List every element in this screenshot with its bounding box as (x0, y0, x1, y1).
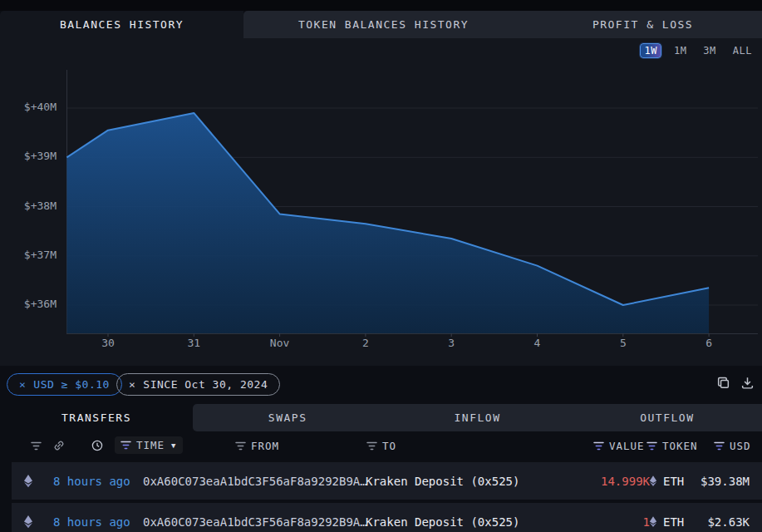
transfer-token-symbol: ETH (663, 515, 684, 529)
tab-balances-history[interactable]: BALANCES HISTORY (0, 11, 243, 38)
filter-icon (366, 441, 377, 451)
filter-chips-row: × USD ≥ $0.10 × SINCE Oct 30, 2024 (0, 366, 762, 404)
filter-icon-active (646, 441, 657, 451)
from-column-label: FROM (251, 440, 279, 452)
filter-chip-since-label: SINCE Oct 30, 2024 (143, 378, 268, 391)
copy-icon (716, 376, 730, 390)
tab-inflow[interactable]: INFLOW (382, 404, 572, 431)
download-icon (740, 376, 755, 390)
table-actions (715, 374, 755, 391)
chevron-down-icon: ▼ (171, 441, 176, 450)
range-1m-button[interactable]: 1M (670, 43, 691, 58)
x-axis-tick-label: 5 (620, 337, 627, 349)
tab-balances-history-label: BALANCES HISTORY (60, 18, 184, 31)
time-column-header[interactable]: TIME ▼ (115, 436, 183, 454)
balance-line (66, 113, 709, 305)
transfer-token: ETH (649, 462, 684, 500)
balances-history-chart-panel: 1W 1M 3M ALL $+40M$+39M$+38M$+37M$+36M 3… (0, 38, 762, 366)
y-axis-tick-label: $+40M (0, 101, 57, 113)
x-axis-tick-label: 6 (705, 337, 712, 349)
filter-chip-since-date[interactable]: × SINCE Oct 30, 2024 (116, 373, 280, 396)
usd-column-header[interactable]: USD (714, 431, 751, 460)
clock-filter-button[interactable] (91, 431, 103, 460)
transactions-tab-bar: TRANSFERS SWAPS INFLOW OUTFLOW (0, 404, 762, 431)
filter-icon (235, 441, 246, 451)
window-top-strip (0, 0, 762, 11)
token-column-label: TOKEN (662, 440, 698, 452)
y-axis-tick-label: $+39M (0, 150, 57, 162)
x-axis-tick-label: Nov (270, 337, 289, 349)
eth-token-icon (649, 515, 657, 528)
transfer-to-entity[interactable]: Kraken Deposit (0x525) (366, 503, 519, 532)
x-axis-tick-label: 3 (448, 337, 455, 349)
eth-chain-icon (23, 462, 33, 500)
close-icon[interactable]: × (19, 378, 26, 391)
x-axis-tick-label: 2 (362, 337, 369, 349)
transfer-from-address[interactable]: 0xA60C073eaA1bdC3F56aF8a9292B9A… (143, 503, 367, 532)
filter-icon-active (593, 441, 604, 451)
token-column-header[interactable]: TOKEN (646, 431, 698, 460)
eth-chain-icon (23, 503, 33, 532)
copy-button[interactable] (715, 374, 731, 391)
filter-chip-usd-label: USD ≥ $0.10 (33, 378, 110, 391)
tab-transfers-label: TRANSFERS (61, 411, 131, 424)
transfer-usd: $2.63K (707, 503, 750, 532)
transfer-token-symbol: ETH (663, 475, 684, 488)
range-3m-button[interactable]: 3M (699, 43, 720, 58)
time-range-selector: 1W 1M 3M ALL (640, 43, 756, 58)
tab-token-balances-history[interactable]: TOKEN BALANCES HISTORY (243, 11, 524, 38)
filter-icon-active (120, 441, 131, 450)
transfer-to-entity[interactable]: Kraken Deposit (0x525) (366, 462, 519, 500)
filter-chip-usd-threshold[interactable]: × USD ≥ $0.10 (7, 373, 122, 396)
transfers-table-header: TIME ▼ FROM TO VALUE TOKEN USD (0, 431, 762, 460)
usd-column-label: USD (730, 440, 751, 452)
link-icon (53, 440, 65, 451)
tab-inflow-label: INFLOW (455, 411, 501, 424)
transfer-usd: $39.38M (701, 462, 750, 500)
chain-filter-button[interactable] (53, 431, 65, 460)
eth-token-icon (649, 475, 657, 487)
tab-profit-loss[interactable]: PROFIT & LOSS (524, 11, 762, 38)
close-icon[interactable]: × (129, 378, 135, 391)
range-1w-button[interactable]: 1W (640, 43, 661, 58)
download-button[interactable] (739, 374, 755, 391)
transfer-time[interactable]: 8 hours ago (53, 503, 130, 532)
x-axis-tick-label: 4 (534, 337, 541, 349)
transfer-row[interactable]: 8 hours ago 0xA60C073eaA1bdC3F56aF8a9292… (12, 503, 762, 532)
to-column-header[interactable]: TO (366, 431, 396, 460)
time-column-label: TIME (136, 439, 165, 451)
tab-profit-loss-label: PROFIT & LOSS (592, 18, 693, 31)
tab-swaps[interactable]: SWAPS (193, 404, 382, 431)
value-column-header[interactable]: VALUE (593, 431, 645, 460)
inactive-bottom-tab-group: SWAPS INFLOW OUTFLOW (193, 404, 762, 431)
tab-token-balances-history-label: TOKEN BALANCES HISTORY (298, 18, 469, 31)
transfer-value: 14.999K (601, 462, 650, 500)
transfer-from-address[interactable]: 0xA60C073eaA1bdC3F56aF8a9292B9A… (143, 462, 367, 500)
tab-outflow[interactable]: OUTFLOW (573, 404, 762, 431)
y-axis-tick-label: $+37M (0, 249, 57, 261)
x-axis-tick-label: 30 (101, 337, 115, 349)
transfer-time[interactable]: 8 hours ago (53, 462, 130, 500)
tab-outflow-label: OUTFLOW (640, 411, 694, 424)
tab-swaps-label: SWAPS (268, 411, 307, 424)
transfer-row[interactable]: 8 hours ago 0xA60C073eaA1bdC3F56aF8a9292… (12, 462, 762, 500)
from-column-header[interactable]: FROM (235, 431, 279, 460)
clock-icon (91, 440, 103, 451)
range-all-button[interactable]: ALL (729, 43, 756, 58)
tab-transfers[interactable]: TRANSFERS (0, 404, 193, 431)
inactive-tab-group: TOKEN BALANCES HISTORY PROFIT & LOSS (243, 11, 762, 38)
global-filter-button[interactable] (31, 431, 42, 460)
filter-icon (31, 441, 42, 451)
x-axis-tick-label: 31 (187, 337, 200, 349)
y-axis-tick-label: $+38M (0, 200, 57, 212)
balance-area-fill (66, 113, 709, 333)
filter-icon-active (714, 441, 725, 451)
transfer-token: ETH (649, 503, 684, 532)
balances-history-chart (0, 38, 762, 366)
chart-tab-bar: BALANCES HISTORY TOKEN BALANCES HISTORY … (0, 11, 762, 38)
value-column-label: VALUE (609, 440, 645, 452)
to-column-label: TO (382, 440, 396, 452)
y-axis-tick-label: $+36M (0, 298, 57, 310)
